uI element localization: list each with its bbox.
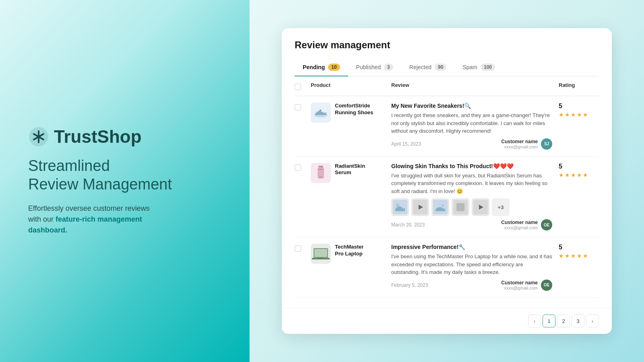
row3-date: February 5, 2023: [391, 282, 428, 288]
row1-review-text: I recently got these sneakers, and they …: [391, 111, 552, 135]
row1-product-cell: ComfortStrideRunning Shoes: [311, 103, 391, 123]
media-thumb[interactable]: [391, 198, 409, 216]
tab-pending-badge: 10: [328, 64, 340, 71]
media-more[interactable]: +3: [492, 198, 510, 216]
row2-checkbox-cell[interactable]: [295, 163, 311, 171]
row1-product-name: ComfortStrideRunning Shoes: [335, 103, 373, 116]
star-icon: ★: [565, 111, 570, 118]
dashboard-card: Review management Pending 10 Published 3…: [282, 28, 612, 334]
row3-stars: ★ ★ ★ ★ ★: [559, 253, 599, 259]
tab-spam-badge: 100: [481, 64, 495, 71]
row1-review-footer: April 15, 2023 Customer name xxxx@gmail.…: [391, 138, 552, 150]
tab-pending-label: Pending: [303, 64, 325, 70]
row3-checkbox-cell[interactable]: [295, 244, 311, 252]
column-product: Product: [311, 82, 391, 90]
column-review: Review: [391, 82, 559, 90]
media-video-thumb[interactable]: [411, 198, 429, 216]
pagination-page-1[interactable]: 1: [543, 315, 555, 327]
row2-review-text: I've struggled with dull skin for years,…: [391, 172, 552, 195]
row1-customer-name: Customer name: [501, 139, 538, 144]
row2-rating-number: 5: [559, 163, 599, 170]
row1-product-image: [311, 103, 331, 123]
pagination-page-3[interactable]: 3: [572, 315, 584, 327]
row1-rating-number: 5: [559, 103, 599, 110]
row3-customer-details: Customer name xxxx@gmail.com: [501, 280, 538, 290]
row2-review-title: Glowing Skin Thanks to This Product!❤️❤️…: [391, 163, 552, 169]
row1-customer-details: Customer name xxxx@gmail.com: [501, 139, 538, 149]
star-icon: ★: [571, 111, 576, 118]
star-icon: ★: [577, 111, 582, 118]
tab-published-badge: 3: [384, 64, 393, 71]
left-panel: TrustShop StreamlinedReview Management E…: [0, 0, 250, 362]
media-thumb[interactable]: [431, 198, 449, 216]
header-checkbox-cell[interactable]: [295, 82, 311, 90]
row3-product-cell: TechMasterPro Laptop: [311, 244, 391, 264]
svg-rect-5: [318, 166, 323, 167]
star-icon: ★: [559, 111, 564, 118]
star-icon: ★: [559, 253, 564, 259]
table-row: ComfortStrideRunning Shoes My New Favori…: [295, 96, 599, 156]
row3-product-image: [311, 244, 331, 264]
star-icon: ★: [565, 172, 570, 178]
highlight-text: feature-rich managementdashboard.: [28, 215, 142, 234]
header-checkbox[interactable]: [295, 84, 301, 90]
media-video-thumb[interactable]: [472, 198, 489, 216]
row2-customer-details: Customer name xxxx@gmail.com: [501, 220, 538, 230]
row2-stars: ★ ★ ★ ★ ★: [559, 172, 599, 178]
pagination-page-2[interactable]: 2: [557, 315, 570, 327]
row2-date: March 20, 2023: [391, 222, 425, 228]
row2-product-cell: RadiantSkinSerum: [311, 163, 391, 183]
tab-rejected-badge: 90: [435, 64, 446, 71]
row1-rating-cell: 5 ★ ★ ★ ★ ★: [559, 103, 599, 118]
row2-customer-info: Customer name xxxx@gmail.com OE: [501, 219, 552, 230]
row2-product-name: RadiantSkinSerum: [335, 163, 365, 177]
pagination-prev[interactable]: ‹: [528, 315, 541, 327]
row1-customer-info: Customer name xxxx@gmail.com SJ: [501, 138, 552, 150]
tab-spam-label: Spam: [462, 64, 477, 70]
pagination-next[interactable]: ›: [586, 315, 599, 327]
svg-point-8: [319, 176, 323, 178]
row3-rating-number: 5: [559, 244, 599, 251]
svg-rect-16: [456, 203, 464, 211]
row3-product-name: TechMasterPro Laptop: [335, 244, 363, 257]
logo-area: TrustShop: [28, 126, 221, 147]
tab-published-label: Published: [356, 64, 381, 70]
row2-review-footer: March 20, 2023 Customer name xxxx@gmail.…: [391, 219, 552, 230]
description: Effortlessly oversee customer reviews wi…: [28, 203, 221, 236]
tab-spam[interactable]: Spam 100: [454, 59, 503, 76]
media-thumb[interactable]: [452, 198, 469, 216]
row1-checkbox[interactable]: [295, 104, 301, 111]
tab-rejected[interactable]: Rejected 90: [401, 59, 455, 76]
table-row: TechMasterPro Laptop Impressive Performa…: [295, 237, 599, 298]
row2-product-image: [311, 163, 331, 183]
row3-customer-email: xxxx@gmail.com: [501, 286, 538, 290]
logo-icon: [28, 126, 49, 147]
row3-review-footer: February 5, 2023 Customer name xxxx@gmai…: [391, 280, 552, 291]
tab-rejected-label: Rejected: [409, 64, 431, 70]
svg-point-10: [396, 204, 399, 207]
row3-review-cell: Impressive Performance!🔧 I've been using…: [391, 244, 559, 291]
star-icon: ★: [571, 172, 576, 178]
table-row: RadiantSkinSerum Glowing Skin Thanks to …: [295, 156, 599, 238]
tab-published[interactable]: Published 3: [348, 59, 401, 76]
row3-review-text: I've been using the TechMaster Pro Lapto…: [391, 253, 552, 276]
row2-customer-name: Customer name: [501, 220, 538, 225]
row2-rating-cell: 5 ★ ★ ★ ★ ★: [559, 163, 599, 178]
row1-stars: ★ ★ ★ ★ ★: [559, 111, 599, 118]
logo-title: TrustShop: [54, 127, 142, 147]
row2-customer-email: xxxx@gmail.com: [501, 225, 538, 230]
star-icon: ★: [577, 172, 582, 178]
svg-point-14: [442, 204, 444, 207]
row1-avatar: SJ: [541, 138, 552, 150]
row1-checkbox-cell[interactable]: [295, 103, 311, 111]
tab-pending[interactable]: Pending 10: [295, 59, 348, 76]
row2-avatar: OE: [541, 219, 552, 230]
star-icon: ★: [565, 253, 570, 259]
svg-rect-7: [318, 169, 323, 170]
row3-checkbox[interactable]: [295, 245, 301, 252]
row1-date: April 15, 2023: [391, 141, 421, 147]
column-rating: Rating: [559, 82, 599, 90]
star-icon: ★: [583, 172, 588, 178]
row3-customer-info: Customer name xxxx@gmail.com OE: [501, 280, 552, 291]
row2-checkbox[interactable]: [295, 165, 301, 171]
